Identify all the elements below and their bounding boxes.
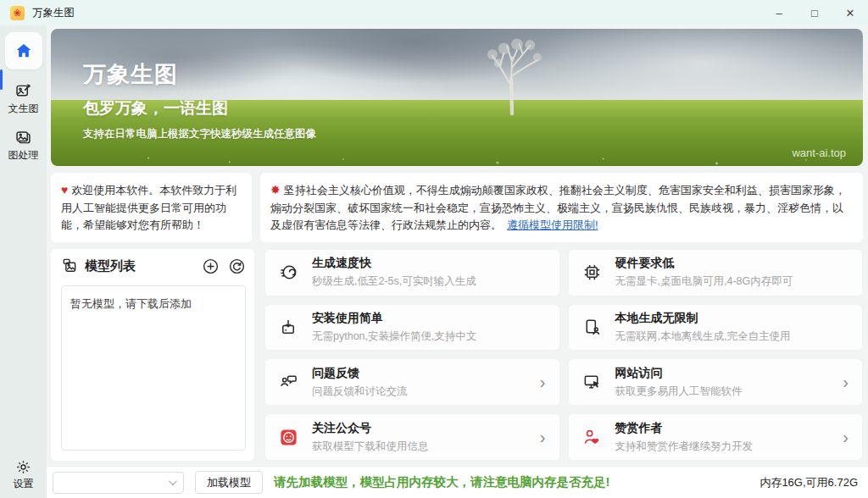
feature-title: 生成速度快 [312, 256, 476, 271]
feature-card-speed: 生成速度快 秒级生成,低至2-5s,可实时输入生成 [264, 249, 560, 296]
feature-text: 问题反馈 问题反馈和讨论交流 [312, 366, 408, 399]
feature-text: 安装使用简单 无需python,安装操作简便,支持中文 [312, 311, 476, 344]
feature-title: 问题反馈 [312, 366, 408, 381]
speed-gauge-icon [279, 263, 298, 282]
feature-desc: 获取更多易用人工智能软件 [615, 385, 743, 399]
chevron-right-icon: › [843, 429, 849, 445]
feature-desc: 支持和赞赏作者继续努力开发 [615, 440, 754, 454]
hero-subtitle: 包罗万象，一语生图 [83, 97, 316, 119]
feature-desc: 问题反馈和讨论交流 [312, 385, 408, 399]
website-monitor-icon [582, 373, 602, 392]
add-model-icon[interactable] [202, 257, 220, 275]
model-list-header: 模型列表 [61, 257, 246, 275]
image-layers-icon [14, 129, 32, 147]
maximize-button[interactable]: □ [797, 0, 832, 25]
feature-title: 硬件要求低 [615, 256, 793, 271]
feature-title: 网站访问 [615, 366, 743, 381]
feature-title: 关注公众号 [312, 421, 429, 436]
feature-grid: 生成速度快 秒级生成,低至2-5s,可实时输入生成 硬件要求 [264, 249, 863, 461]
feature-text: 生成速度快 秒级生成,低至2-5s,可实时输入生成 [312, 256, 476, 289]
feature-card-local: 本地生成无限制 无需联网,本地离线生成,完全自主使用 [568, 304, 864, 351]
local-device-icon [582, 318, 602, 337]
model-select[interactable] [53, 472, 184, 494]
app-window: ❀ 万象生图 – □ ✕ 文生图 [0, 0, 868, 498]
welcome-notice: ♥欢迎使用本软件。本软件致力于利用人工智能提供更多日常可用的功能，希望能够对您有… [51, 173, 252, 242]
policy-restriction-link[interactable]: 遵循模型使用限制! [507, 219, 598, 231]
feature-card-feedback[interactable]: 问题反馈 问题反馈和讨论交流 › [264, 358, 560, 406]
close-icon: ✕ [846, 7, 855, 19]
refresh-models-icon[interactable] [228, 257, 246, 275]
sidebar: 文生图 图处理 设置 [0, 25, 47, 498]
home-icon [14, 42, 33, 60]
feature-text: 关注公众号 获取模型下载和使用信息 [312, 421, 429, 454]
alert-burst-icon: ✸ [270, 183, 281, 196]
feature-title: 赞赏作者 [615, 421, 754, 436]
sidebar-item-settings[interactable]: 设置 [14, 459, 34, 491]
window-controls: – □ ✕ [761, 0, 868, 25]
policy-notice: ✸坚持社会主义核心价值观，不得生成煽动颠覆国家政权、推翻社会主义制度、危害国家安… [260, 173, 863, 242]
hero-tagline: 支持在日常电脑上根据文字快速秒级生成任意图像 [83, 127, 316, 141]
model-list-actions [202, 257, 246, 275]
feature-text: 硬件要求低 无需显卡,桌面电脑可用,4-8G内存即可 [615, 256, 793, 289]
chevron-down-icon [169, 477, 177, 485]
minimize-button[interactable]: – [761, 0, 797, 25]
tree-image [477, 36, 547, 115]
feature-card-wechat[interactable]: 关注公众号 获取模型下载和使用信息 › [264, 413, 560, 461]
chevron-right-icon: › [843, 374, 849, 390]
hero-text-block: 万象生图 包罗万象，一语生图 支持在日常电脑上根据文字快速秒级生成任意图像 [83, 59, 316, 141]
sidebar-item-label: 图处理 [8, 148, 39, 163]
minimize-icon: – [776, 7, 782, 19]
feature-card-donate[interactable]: 赞赏作者 支持和赞赏作者继续努力开发 › [568, 413, 864, 461]
hero-title: 万象生图 [83, 59, 316, 90]
model-list-title: 模型列表 [85, 258, 136, 274]
hero-banner: 万象生图 包罗万象，一语生图 支持在日常电脑上根据文字快速秒级生成任意图像 wa… [51, 29, 863, 166]
install-box-icon [279, 318, 298, 337]
flower-glyph: ❀ [14, 8, 21, 18]
donate-author-icon [582, 428, 602, 447]
feature-desc: 无需显卡,桌面电脑可用,4-8G内存即可 [615, 274, 793, 289]
feature-desc: 无需python,安装操作简便,支持中文 [312, 329, 476, 344]
close-button[interactable]: ✕ [832, 0, 868, 25]
memory-status: 内存16G,可用6.72G [760, 475, 858, 490]
maximize-icon: □ [811, 7, 818, 19]
welcome-text: 欢迎使用本软件。本软件致力于利用人工智能提供更多日常可用的功能，希望能够对您有所… [61, 184, 236, 231]
main-area: 万象生图 包罗万象，一语生图 支持在日常电脑上根据文字快速秒级生成任意图像 wa… [47, 25, 868, 498]
app-logo-icon: ❀ [10, 6, 25, 20]
feature-text: 赞赏作者 支持和赞赏作者继续努力开发 [615, 421, 754, 454]
window-title: 万象生图 [32, 6, 75, 20]
official-account-icon [279, 428, 298, 447]
chevron-right-icon: › [540, 429, 546, 445]
gear-icon [15, 459, 31, 475]
title-bar: ❀ 万象生图 – □ ✕ [0, 0, 868, 25]
sidebar-item-label: 设置 [14, 477, 34, 491]
model-list-icon [61, 257, 78, 274]
sidebar-item-imgprocess[interactable]: 图处理 [8, 129, 39, 163]
load-model-button[interactable]: 加载模型 [195, 471, 263, 494]
feature-title: 安装使用简单 [312, 311, 476, 326]
feature-desc: 无需联网,本地离线生成,完全自主使用 [615, 329, 791, 344]
feature-text: 本地生成无限制 无需联网,本地离线生成,完全自主使用 [615, 311, 791, 344]
feature-card-install: 安装使用简单 无需python,安装操作简便,支持中文 [264, 304, 560, 351]
cpu-chip-icon [582, 263, 602, 282]
sidebar-item-home[interactable] [5, 32, 42, 69]
feature-card-hardware: 硬件要求低 无需显卡,桌面电脑可用,4-8G内存即可 [568, 249, 864, 296]
notice-row: ♥欢迎使用本软件。本软件致力于利用人工智能提供更多日常可用的功能，希望能够对您有… [51, 173, 863, 242]
active-indicator-bar [0, 69, 3, 90]
bottom-bar: 加载模型 请先加载模型，模型占用内存较大，请注意电脑内存是否充足! 内存16G,… [47, 466, 868, 498]
feature-desc: 获取模型下载和使用信息 [312, 440, 429, 454]
sidebar-item-label: 文生图 [8, 102, 39, 116]
feedback-chat-icon [279, 373, 298, 392]
image-edit-icon [14, 82, 32, 100]
feature-title: 本地生成无限制 [615, 311, 791, 326]
chevron-right-icon: › [540, 374, 546, 390]
main-content: 万象生图 包罗万象，一语生图 支持在日常电脑上根据文字快速秒级生成任意图像 wa… [47, 25, 868, 466]
feature-text: 网站访问 获取更多易用人工智能软件 [615, 366, 743, 399]
sidebar-item-text2img[interactable]: 文生图 [8, 82, 39, 116]
hero-watermark: want-ai.top [792, 147, 846, 159]
heart-icon: ♥ [61, 183, 68, 196]
feature-desc: 秒级生成,低至2-5s,可实时输入生成 [312, 274, 476, 289]
content-row: 模型列表 [51, 249, 863, 466]
feature-card-website[interactable]: 网站访问 获取更多易用人工智能软件 › [568, 358, 864, 406]
model-list-empty[interactable]: 暂无模型，请下载后添加 [61, 285, 246, 451]
memory-warning-text: 请先加载模型，模型占用内存较大，请注意电脑内存是否充足! [274, 474, 609, 490]
